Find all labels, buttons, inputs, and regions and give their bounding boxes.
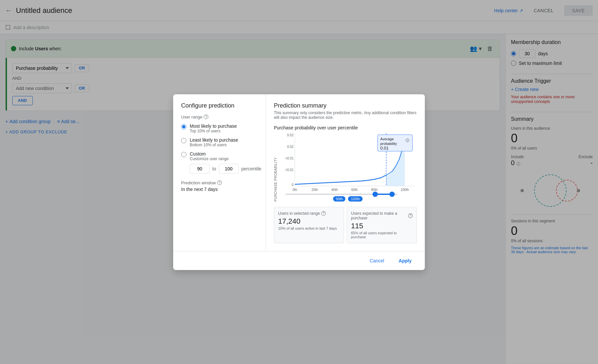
least-likely-sub: Bottom 10% of users bbox=[190, 143, 238, 147]
svg-text:20th: 20th bbox=[312, 188, 318, 192]
svg-text:100th: 100th bbox=[401, 188, 409, 192]
stat-users-sub: 10% of all users active in last 7 days bbox=[278, 226, 340, 230]
stat-users-value: 17,240 bbox=[278, 217, 340, 226]
user-range-info-icon: ? bbox=[204, 114, 208, 119]
range-from-input[interactable] bbox=[190, 164, 210, 174]
slider-left-label: 90th bbox=[333, 196, 345, 202]
slider-area: 90th 100th bbox=[279, 194, 417, 202]
custom-text: Custom Customize user range bbox=[190, 151, 228, 161]
chart-wrapper: PURCHASE PROBABILITY 0.02 0.02 <0 bbox=[274, 133, 417, 202]
modal-apply-button[interactable]: Apply bbox=[393, 255, 417, 266]
custom-option: Custom Customize user range to percentil… bbox=[181, 151, 258, 174]
slider-labels: 90th 100th bbox=[285, 196, 410, 202]
stat-purchase-value: 115 bbox=[351, 222, 413, 230]
stat-box-purchase: Users expected to make a purchase ? 115 … bbox=[347, 207, 417, 243]
svg-text:?: ? bbox=[407, 139, 408, 142]
svg-text:probability: probability bbox=[380, 142, 397, 146]
prediction-summary-desc: This summary only considers the predicti… bbox=[274, 111, 417, 120]
prediction-window-info-icon: ? bbox=[217, 180, 222, 185]
stat-purchase-sub: 65% of all users expected to purchase bbox=[351, 231, 413, 239]
least-likely-text: Least likely to purchase Bottom 10% of u… bbox=[190, 137, 238, 147]
config-title: Configure prediction bbox=[181, 102, 258, 109]
svg-text:0: 0 bbox=[292, 183, 294, 187]
prediction-window-section: Prediction window ? In the next 7 days bbox=[181, 180, 258, 192]
y-axis-title: PURCHASE PROBABILITY bbox=[274, 133, 277, 202]
svg-text:60th: 60th bbox=[351, 188, 358, 192]
svg-text:0.01: 0.01 bbox=[380, 146, 389, 151]
modal-cancel-button[interactable]: Cancel bbox=[365, 255, 390, 266]
most-likely-option: Most likely to purchase Top 10% of users bbox=[181, 123, 258, 133]
svg-text:0th: 0th bbox=[293, 188, 297, 192]
most-likely-main: Most likely to purchase bbox=[190, 123, 237, 129]
chart-title: Purchase probability over user percentil… bbox=[274, 125, 417, 130]
custom-sub: Customize user range bbox=[190, 157, 228, 161]
range-to-input[interactable] bbox=[219, 164, 239, 174]
to-label: to bbox=[212, 166, 216, 171]
stats-row: Users in selected range ? 17,240 10% of … bbox=[274, 207, 417, 243]
svg-text:0.02: 0.02 bbox=[287, 133, 294, 137]
svg-text:Average: Average bbox=[380, 137, 394, 141]
svg-text:0.02: 0.02 bbox=[287, 145, 294, 149]
user-range-label: User range ? bbox=[181, 114, 258, 119]
custom-range-inputs: to percentile bbox=[190, 164, 258, 174]
most-likely-sub: Top 10% of users bbox=[190, 129, 237, 133]
svg-text:<0.01: <0.01 bbox=[285, 157, 294, 160]
prediction-summary-panel: Prediction summary This summary only con… bbox=[266, 94, 425, 251]
stat-users-info-icon: ? bbox=[321, 211, 326, 216]
modal-overlay: Configure prediction User range ? Most l… bbox=[0, 0, 598, 364]
most-likely-text: Most likely to purchase Top 10% of users bbox=[190, 123, 237, 133]
slider-right-thumb[interactable] bbox=[389, 192, 395, 197]
prediction-summary-title: Prediction summary bbox=[274, 102, 417, 109]
most-likely-radio[interactable] bbox=[181, 124, 186, 129]
svg-text:40th: 40th bbox=[331, 188, 338, 192]
svg-text:<0.01: <0.01 bbox=[285, 168, 294, 172]
least-likely-option: Least likely to purchase Bottom 10% of u… bbox=[181, 137, 258, 147]
slider-track bbox=[285, 194, 398, 195]
modal-footer: Cancel Apply bbox=[173, 251, 425, 270]
custom-radio[interactable] bbox=[181, 152, 186, 157]
modal-body: Configure prediction User range ? Most l… bbox=[173, 94, 425, 251]
stat-purchase-title: Users expected to make a purchase ? bbox=[351, 211, 413, 220]
svg-text:80th: 80th bbox=[371, 188, 377, 192]
least-likely-main: Least likely to purchase bbox=[190, 137, 238, 143]
config-panel: Configure prediction User range ? Most l… bbox=[173, 94, 266, 251]
configure-prediction-modal: Configure prediction User range ? Most l… bbox=[173, 94, 425, 270]
stat-purchase-info-icon: ? bbox=[408, 213, 413, 218]
chart-inner: 0.02 0.02 <0.01 <0.01 0 bbox=[279, 133, 417, 202]
prediction-window-value: In the next 7 days bbox=[181, 187, 258, 192]
stat-box-users: Users in selected range ? 17,240 10% of … bbox=[274, 207, 344, 243]
custom-main: Custom bbox=[190, 151, 228, 157]
chart-svg: 0.02 0.02 <0.01 <0.01 0 bbox=[279, 133, 417, 193]
least-likely-radio[interactable] bbox=[181, 138, 186, 143]
slider-right-label: 100th bbox=[348, 196, 363, 202]
stat-users-title: Users in selected range ? bbox=[278, 211, 340, 216]
slider-left-thumb[interactable] bbox=[373, 192, 378, 197]
percentile-label: percentile bbox=[241, 166, 262, 171]
prediction-window-label: Prediction window ? bbox=[181, 180, 258, 185]
